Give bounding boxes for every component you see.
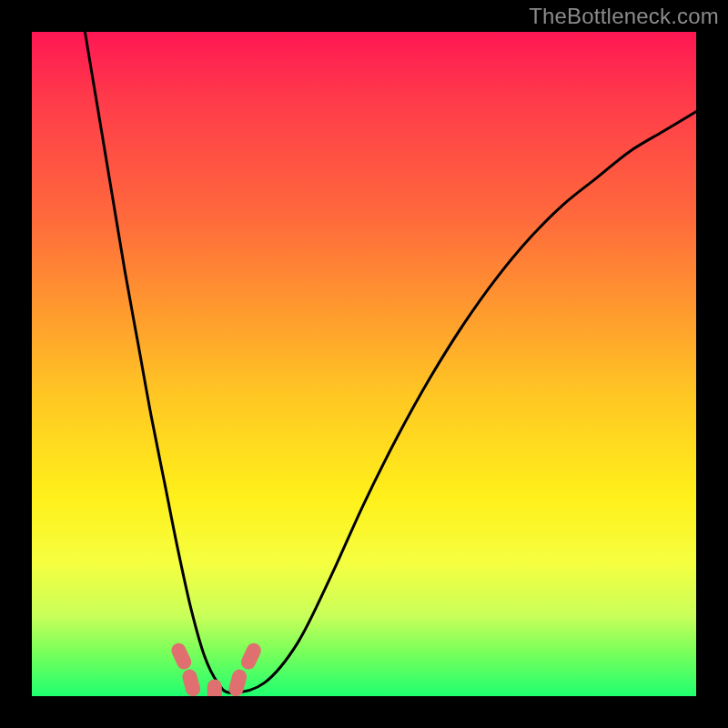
curve-svg <box>32 32 696 696</box>
plot-area <box>32 32 696 696</box>
marker-right-2 <box>238 641 263 672</box>
marker-bottom <box>207 679 222 696</box>
marker-left-1 <box>169 641 194 672</box>
curve-markers <box>169 641 264 696</box>
watermark-text: TheBottleneck.com <box>529 4 719 29</box>
marker-left-2 <box>181 668 202 696</box>
bottleneck-curve <box>85 32 696 693</box>
chart-frame: TheBottleneck.com <box>0 0 728 728</box>
